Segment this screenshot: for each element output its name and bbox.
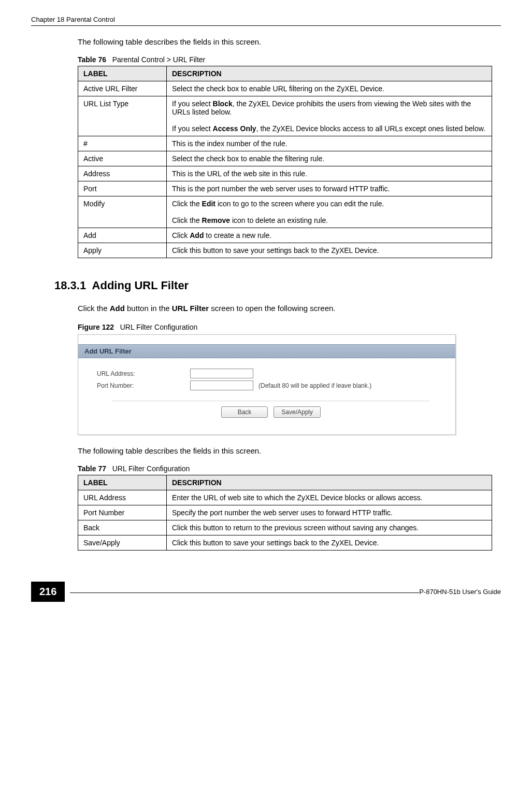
divider bbox=[112, 401, 429, 401]
section-text: Click the Add button in the URL Filter s… bbox=[78, 304, 501, 313]
cell-desc: This is the URL of the web site in this … bbox=[167, 166, 492, 181]
table76-header-label: LABEL bbox=[78, 66, 167, 81]
section-title: Adding URL Filter bbox=[92, 279, 189, 292]
cell-label: Address bbox=[78, 166, 167, 181]
cell-desc: This is the index number of the rule. bbox=[167, 136, 492, 151]
table-row: Save/Apply Click this button to save you… bbox=[78, 535, 492, 551]
table77: LABEL DESCRIPTION URL Address Enter the … bbox=[78, 475, 492, 551]
section-number: 18.3.1 bbox=[54, 279, 86, 292]
cell-label: URL List Type bbox=[78, 96, 167, 136]
url-address-input[interactable] bbox=[190, 369, 253, 378]
page-number: 216 bbox=[31, 582, 65, 602]
cell-desc: Specify the port number the web server u… bbox=[167, 505, 492, 520]
table76-title: Parental Control > URL Filter bbox=[112, 55, 206, 64]
table-row: Apply Click this button to save your set… bbox=[78, 243, 492, 258]
port-hint: (Default 80 will be applied if leave bla… bbox=[258, 382, 371, 389]
figure-number: Figure 122 bbox=[78, 323, 114, 331]
table-row: Address This is the URL of the web site … bbox=[78, 166, 492, 181]
cell-label: Add bbox=[78, 228, 167, 243]
table-row: Active Select the check box to enable th… bbox=[78, 151, 492, 166]
table77-number: Table 77 bbox=[78, 464, 106, 473]
cell-desc: Select the check box to enable the filte… bbox=[167, 151, 492, 166]
cell-label: # bbox=[78, 136, 167, 151]
footer: 216 P-870HN-51b User's Guide bbox=[31, 582, 501, 602]
form-row-url: URL Address: bbox=[97, 369, 445, 378]
table77-title: URL Filter Configuration bbox=[112, 464, 190, 473]
table76-header-desc: DESCRIPTION bbox=[167, 66, 492, 81]
cell-desc: Enter the URL of web site to which the Z… bbox=[167, 490, 492, 505]
table-row: Port This is the port number the web ser… bbox=[78, 181, 492, 196]
port-number-label: Port Number: bbox=[97, 382, 190, 389]
save-apply-button[interactable]: Save/Apply bbox=[274, 406, 321, 418]
cell-desc: Click this button to save your settings … bbox=[167, 535, 492, 551]
section-heading: 18.3.1 Adding URL Filter bbox=[54, 279, 501, 292]
cell-label: Modify bbox=[78, 196, 167, 228]
table-row: Active URL Filter Select the check box t… bbox=[78, 81, 492, 96]
table-row: URL Address Enter the URL of web site to… bbox=[78, 490, 492, 505]
cell-label: Active URL Filter bbox=[78, 81, 167, 96]
table-row: Add Click Add to create a new rule. bbox=[78, 228, 492, 243]
cell-desc: If you select Block, the ZyXEL Device pr… bbox=[167, 96, 492, 136]
footer-rule bbox=[70, 592, 419, 593]
cell-label: Port Number bbox=[78, 505, 167, 520]
screenshot: Add URL Filter URL Address: Port Number:… bbox=[78, 334, 456, 435]
cell-desc: Click this button to save your settings … bbox=[167, 243, 492, 258]
table-row: URL List Type If you select Block, the Z… bbox=[78, 96, 492, 136]
header-rule bbox=[31, 25, 501, 26]
cell-label: URL Address bbox=[78, 490, 167, 505]
table76: LABEL DESCRIPTION Active URL Filter Sele… bbox=[78, 66, 492, 258]
table76-number: Table 76 bbox=[78, 55, 106, 64]
cell-label: Port bbox=[78, 181, 167, 196]
table-row: Modify Click the Edit icon to go to the … bbox=[78, 196, 492, 228]
chapter-title: Chapter 18 Parental Control bbox=[31, 16, 115, 23]
cell-desc: Select the check box to enable URL filte… bbox=[167, 81, 492, 96]
table77-header-label: LABEL bbox=[78, 475, 167, 490]
form-row-port: Port Number: (Default 80 will be applied… bbox=[97, 380, 445, 390]
intro-text-1: The following table describes the fields… bbox=[78, 37, 501, 46]
screenshot-banner: Add URL Filter bbox=[78, 344, 455, 358]
table77-header-desc: DESCRIPTION bbox=[167, 475, 492, 490]
cell-label: Active bbox=[78, 151, 167, 166]
screenshot-top-space bbox=[78, 335, 455, 344]
figure-caption: Figure 122 URL Filter Configuration bbox=[78, 323, 501, 331]
footer-guide-name: P-870HN-51b User's Guide bbox=[419, 588, 501, 596]
intro-text-2: The following table describes the fields… bbox=[78, 446, 501, 455]
table-row: Port Number Specify the port number the … bbox=[78, 505, 492, 520]
cell-desc: Click the Edit icon to go to the screen … bbox=[167, 196, 492, 228]
figure-title: URL Filter Configuration bbox=[120, 323, 198, 331]
table-row: # This is the index number of the rule. bbox=[78, 136, 492, 151]
cell-desc: This is the port number the web server u… bbox=[167, 181, 492, 196]
cell-label: Apply bbox=[78, 243, 167, 258]
table-row: Back Click this button to return to the … bbox=[78, 520, 492, 535]
back-button[interactable]: Back bbox=[221, 406, 268, 418]
table76-caption: Table 76 Parental Control > URL Filter bbox=[78, 55, 501, 64]
port-number-input[interactable] bbox=[190, 380, 253, 390]
cell-label: Save/Apply bbox=[78, 535, 167, 551]
screenshot-form: URL Address: Port Number: (Default 80 wi… bbox=[78, 358, 455, 434]
cell-label: Back bbox=[78, 520, 167, 535]
cell-desc: Click Add to create a new rule. bbox=[167, 228, 492, 243]
button-row: Back Save/Apply bbox=[97, 406, 445, 425]
url-address-label: URL Address: bbox=[97, 370, 190, 377]
cell-desc: Click this button to return to the previ… bbox=[167, 520, 492, 535]
table77-caption: Table 77 URL Filter Configuration bbox=[78, 464, 501, 473]
